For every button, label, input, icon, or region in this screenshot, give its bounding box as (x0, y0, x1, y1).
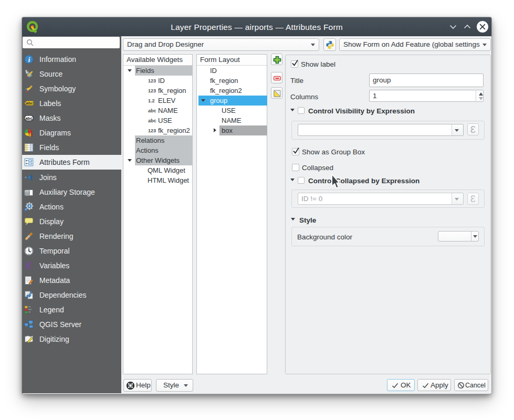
svg-text:ε: ε (26, 261, 32, 270)
svg-text:abc: abc (26, 101, 33, 106)
svg-text:i: i (28, 56, 30, 64)
svg-text:abc: abc (25, 116, 33, 121)
